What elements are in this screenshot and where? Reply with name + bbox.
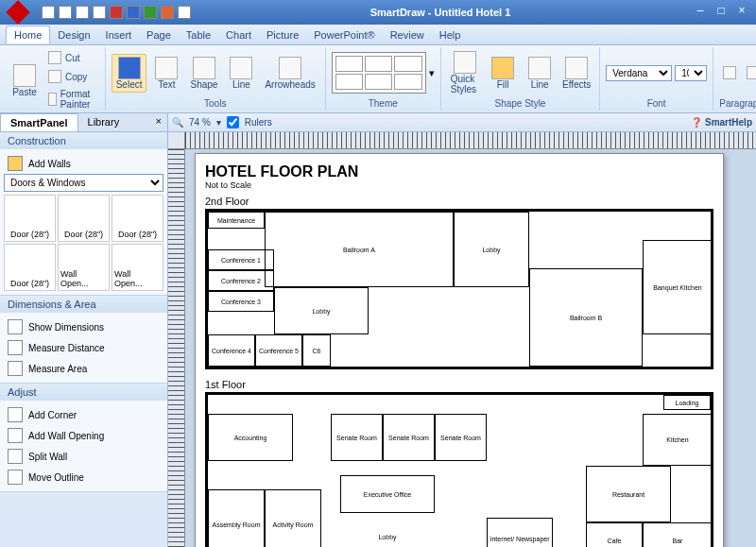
fill-button[interactable]: Fill xyxy=(486,55,520,92)
menu-powerpoint[interactable]: PowerPoint® xyxy=(306,26,382,43)
bullets-button[interactable] xyxy=(719,64,740,81)
measure-area-button[interactable]: Measure Area xyxy=(4,358,163,379)
font-family-select[interactable]: Verdana xyxy=(606,65,672,81)
add-corner-button[interactable]: Add Corner xyxy=(4,404,163,425)
tab-library[interactable]: Library xyxy=(78,113,129,131)
room-loading[interactable]: Loading xyxy=(663,395,711,410)
font-size-select[interactable]: 10 xyxy=(675,65,707,81)
room-assembly[interactable]: Assembly Room xyxy=(208,489,265,547)
move-outline-button[interactable]: Move Outline xyxy=(4,467,163,487)
room-senate-2[interactable]: Senate Room xyxy=(383,414,435,461)
room-ballroom-b[interactable]: Ballroom B xyxy=(529,268,643,367)
shape-door-1[interactable]: Door (28") xyxy=(4,195,56,242)
cut-button[interactable]: Cut xyxy=(44,49,99,66)
room-banquet-kitchen[interactable]: Banquet Kitchen xyxy=(643,240,713,334)
qat-redo-icon[interactable] xyxy=(76,6,89,19)
room-c6[interactable]: C6 xyxy=(302,334,331,367)
zoom-icon[interactable]: 🔍 xyxy=(172,117,183,128)
menu-review[interactable]: Review xyxy=(383,26,432,43)
theme-dropdown-icon[interactable]: ▾ xyxy=(429,67,435,79)
add-wall-opening-button[interactable]: Add Wall Opening xyxy=(4,425,163,446)
qat-mail-icon[interactable] xyxy=(178,6,191,19)
room-conf2[interactable]: Conference 2 xyxy=(208,270,274,291)
room-conf1[interactable]: Conference 1 xyxy=(208,249,274,270)
room-senate-1[interactable]: Senate Room xyxy=(331,414,383,461)
ruler-vertical[interactable] xyxy=(168,149,185,547)
arrowheads-tool[interactable]: Arrowheads xyxy=(261,55,318,92)
room-ballroom-a[interactable]: Ballroom A xyxy=(265,212,454,287)
room-kitchen[interactable]: Kitchen xyxy=(643,414,713,466)
zoom-value[interactable]: 74 % xyxy=(189,117,211,128)
construction-header[interactable]: Construction xyxy=(0,132,167,149)
qat-print-icon[interactable] xyxy=(93,6,106,19)
shape-door-3[interactable]: Door (28") xyxy=(112,195,163,242)
qat-excel-icon[interactable] xyxy=(144,6,157,19)
menu-picture[interactable]: Picture xyxy=(259,26,306,43)
minimize-button[interactable]: – xyxy=(690,4,711,21)
theme-gallery[interactable] xyxy=(332,52,426,94)
text-tool[interactable]: Text xyxy=(149,55,183,92)
show-dimensions-button[interactable]: Show Dimensions xyxy=(4,316,163,337)
menu-design[interactable]: Design xyxy=(50,26,97,43)
paste-button[interactable]: Paste xyxy=(8,62,42,99)
menu-help[interactable]: Help xyxy=(432,26,469,43)
adjust-header[interactable]: Adjust xyxy=(0,384,167,401)
doors-windows-select[interactable]: Doors & Windows xyxy=(4,174,163,192)
add-walls-button[interactable]: Add Walls xyxy=(4,153,163,174)
line-tool[interactable]: Line xyxy=(224,55,258,92)
menu-chart[interactable]: Chart xyxy=(218,26,259,43)
room-cafe[interactable]: Cafe xyxy=(586,522,643,547)
qat-save-icon[interactable] xyxy=(42,6,55,19)
qat-ppt-icon[interactable] xyxy=(161,6,174,19)
split-wall-button[interactable]: Split Wall xyxy=(4,446,163,467)
floor1-plan[interactable]: Accounting Senate Room Senate Room Senat… xyxy=(205,392,713,547)
floor2-plan[interactable]: Maintenance Ballroom A Lobby Conference … xyxy=(205,209,713,369)
dimensions-header[interactable]: Dimensions & Area xyxy=(0,296,167,313)
menu-table[interactable]: Table xyxy=(179,26,218,43)
room-accounting[interactable]: Accounting xyxy=(208,414,293,461)
format-painter-button[interactable]: Format Painter xyxy=(44,87,99,111)
shape-wall-open-2[interactable]: Wall Open... xyxy=(112,244,163,291)
room-exec-office[interactable]: Executive Office xyxy=(340,475,435,513)
room-lobby-2a[interactable]: Lobby xyxy=(454,212,529,287)
shape-wall-open-1[interactable]: Wall Open... xyxy=(58,244,110,291)
close-button[interactable]: × xyxy=(731,4,752,21)
align-button[interactable] xyxy=(743,64,756,81)
select-tool[interactable]: Select xyxy=(112,54,147,93)
line-style-button[interactable]: Line xyxy=(523,55,557,92)
room-conf3[interactable]: Conference 3 xyxy=(208,291,274,312)
rulers-checkbox[interactable] xyxy=(227,116,239,128)
menu-home[interactable]: Home xyxy=(6,26,50,43)
qat-undo-icon[interactable] xyxy=(59,6,72,19)
room-activity[interactable]: Activity Room xyxy=(265,489,321,547)
shape-tool[interactable]: Shape xyxy=(186,55,221,92)
qat-pdf-icon[interactable] xyxy=(110,6,123,19)
room-bar[interactable]: Bar xyxy=(643,522,713,547)
effects-button[interactable]: Effects xyxy=(559,55,593,92)
room-restaurant[interactable]: Restaurant xyxy=(586,466,671,522)
shape-door-2[interactable]: Door (28") xyxy=(58,195,110,242)
room-conf4[interactable]: Conference 4 xyxy=(208,334,255,367)
room-lobby-2b[interactable]: Lobby xyxy=(274,287,369,334)
ribbon-group-shapestyle: Quick Styles Fill Line Effects Shape Sty… xyxy=(441,47,600,111)
room-lobby-1[interactable]: Lobby xyxy=(340,522,435,547)
zoom-dropdown-icon[interactable]: ▾ xyxy=(216,117,221,128)
maximize-button[interactable]: □ xyxy=(711,4,731,21)
room-internet[interactable]: Internet/ Newspaper xyxy=(487,518,553,547)
tab-smartpanel[interactable]: SmartPanel xyxy=(0,113,78,131)
panel-close-button[interactable]: × xyxy=(150,113,167,131)
shape-door-4[interactable]: Door (28") xyxy=(4,244,56,291)
drawing-page[interactable]: HOTEL FLOOR PLAN Not to Scale 2nd Floor … xyxy=(195,153,724,547)
ruler-horizontal[interactable] xyxy=(185,132,756,149)
menu-page[interactable]: Page xyxy=(139,26,179,43)
menu-insert[interactable]: Insert xyxy=(98,26,140,43)
room-maintenance[interactable]: Maintenance xyxy=(208,212,265,229)
canvas-scroll[interactable]: HOTEL FLOOR PLAN Not to Scale 2nd Floor … xyxy=(185,149,756,547)
smarthelp-button[interactable]: ❓ SmartHelp xyxy=(691,117,752,128)
quick-styles-button[interactable]: Quick Styles xyxy=(447,49,483,96)
measure-distance-button[interactable]: Measure Distance xyxy=(4,337,163,358)
copy-button[interactable]: Copy xyxy=(44,68,99,85)
room-senate-3[interactable]: Senate Room xyxy=(435,414,487,461)
room-conf5[interactable]: Conference 5 xyxy=(255,334,302,367)
qat-word-icon[interactable] xyxy=(127,6,140,19)
